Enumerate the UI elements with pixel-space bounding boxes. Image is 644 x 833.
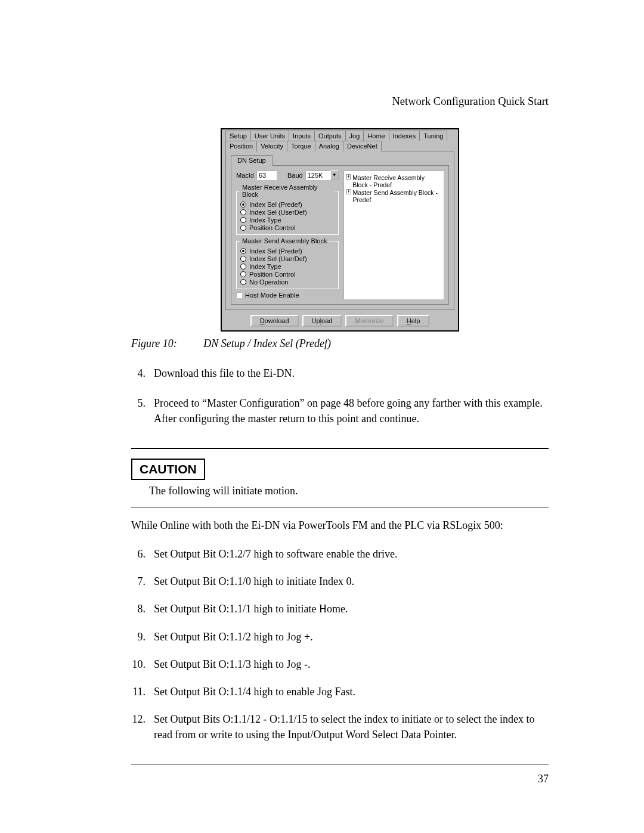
radio-send-predef[interactable] bbox=[240, 248, 246, 254]
inner-tab-dn-setup[interactable]: DN Setup bbox=[231, 155, 273, 166]
tab-inputs[interactable]: Inputs bbox=[289, 131, 315, 141]
tab-user-units[interactable]: User Units bbox=[250, 131, 289, 141]
tab-outputs[interactable]: Outputs bbox=[314, 131, 346, 141]
divider bbox=[131, 507, 549, 507]
step-7: 7.Set Output Bit O:1.1/0 high to initiat… bbox=[131, 574, 549, 589]
baud-value: 125K bbox=[305, 171, 330, 180]
radio-label: No Operation bbox=[249, 278, 288, 286]
master-send-legend: Master Send Assembly Block bbox=[240, 237, 329, 244]
tabs-row-2: Position Velocity Torque Analog DeviceNe… bbox=[225, 141, 454, 151]
step-11: 11.Set Output Bit O:1.1/4 high to enable… bbox=[131, 684, 549, 699]
radio-send-userdef[interactable] bbox=[240, 256, 246, 262]
radio-recv-userdef[interactable] bbox=[240, 209, 246, 215]
dn-setup-dialog: Setup User Units Inputs Outputs Jog Home… bbox=[221, 128, 459, 332]
assembly-tree[interactable]: +Master Receive Assembly Block - Predef … bbox=[343, 171, 444, 299]
step-10: 10.Set Output Bit O:1.1/3 high to Jog -. bbox=[131, 657, 549, 672]
radio-label: Index Sel (Predef) bbox=[249, 247, 302, 255]
memorize-button: Memorize bbox=[345, 315, 393, 327]
host-mode-checkbox[interactable] bbox=[236, 292, 242, 298]
dn-setup-inner: MacId 63 Baud 125K ▼ Master Receive Asse… bbox=[231, 165, 449, 305]
steps-before-caution: 4.Download this file to the Ei-DN. 5.Pro… bbox=[131, 366, 549, 426]
master-receive-group: Master Receive Assembly Block Index Sel … bbox=[236, 184, 339, 235]
radio-label: Position Control bbox=[249, 271, 296, 278]
help-button[interactable]: Help bbox=[397, 315, 430, 327]
master-send-group: Master Send Assembly Block Index Sel (Pr… bbox=[236, 237, 339, 289]
macid-field[interactable]: 63 bbox=[256, 171, 277, 180]
radio-send-poscontrol[interactable] bbox=[240, 271, 246, 277]
radio-label: Position Control bbox=[249, 224, 296, 231]
step-9: 9.Set Output Bit O:1.1/2 high to Jog +. bbox=[131, 629, 549, 645]
radio-recv-indextype[interactable] bbox=[240, 217, 246, 223]
page-header: Network Configuration Quick Start bbox=[131, 95, 549, 108]
divider bbox=[131, 448, 549, 449]
master-receive-legend: Master Receive Assembly Block bbox=[240, 184, 335, 198]
macid-label: MacId bbox=[236, 172, 254, 179]
radio-label: Index Sel (UserDef) bbox=[249, 255, 307, 262]
step-8: 8.Set Output Bit O:1.1/1 high to initiat… bbox=[131, 601, 549, 617]
page-number: 37 bbox=[131, 773, 549, 785]
radio-label: Index Sel (Predef) bbox=[249, 201, 302, 208]
figure-caption: Figure 10: DN Setup / Index Sel (Predef) bbox=[131, 337, 549, 350]
tree-label: Master Send Assembly Block - Predef bbox=[353, 189, 441, 203]
host-mode-label: Host Mode Enable bbox=[245, 292, 299, 299]
footer-divider bbox=[131, 764, 549, 764]
tab-position[interactable]: Position bbox=[225, 141, 257, 151]
upload-button[interactable]: Upload bbox=[302, 315, 342, 327]
tab-indexes[interactable]: Indexes bbox=[389, 131, 420, 141]
plus-icon[interactable]: + bbox=[346, 174, 351, 179]
radio-recv-poscontrol[interactable] bbox=[240, 225, 246, 231]
tab-devicenet[interactable]: DeviceNet bbox=[343, 141, 382, 151]
download-button[interactable]: Download bbox=[250, 315, 299, 327]
radio-label: Index Type bbox=[249, 263, 281, 270]
step-6: 6.Set Output Bit O:1.2/7 high to softwar… bbox=[131, 546, 549, 562]
figure-title: DN Setup / Index Sel (Predef) bbox=[203, 337, 331, 349]
tab-torque[interactable]: Torque bbox=[287, 141, 315, 151]
radio-label: Index Type bbox=[249, 216, 281, 224]
caution-box: CAUTION bbox=[131, 459, 205, 480]
plus-icon[interactable]: + bbox=[346, 189, 351, 194]
tab-jog[interactable]: Jog bbox=[345, 131, 364, 141]
devicenet-pane: DN Setup MacId 63 Baud 125K ▼ Maste bbox=[225, 151, 454, 310]
tree-label: Master Receive Assembly Block - Predef bbox=[352, 174, 441, 188]
online-paragraph: While Online with both the Ei-DN via Pow… bbox=[131, 519, 549, 532]
radio-send-noop[interactable] bbox=[240, 279, 246, 285]
tab-analog[interactable]: Analog bbox=[315, 141, 343, 151]
tab-setup[interactable]: Setup bbox=[225, 131, 251, 141]
tree-item[interactable]: +Master Send Assembly Block - Predef bbox=[346, 189, 441, 203]
baud-combo[interactable]: 125K ▼ bbox=[305, 171, 339, 180]
tree-item[interactable]: +Master Receive Assembly Block - Predef bbox=[346, 174, 441, 188]
caution-text: The following will initiate motion. bbox=[149, 485, 549, 497]
steps-after-caution: 6.Set Output Bit O:1.2/7 high to softwar… bbox=[131, 546, 549, 742]
radio-recv-predef[interactable] bbox=[240, 202, 246, 208]
step-12: 12.Set Output Bits O:1.1/12 - O:1.1/15 t… bbox=[131, 711, 549, 742]
radio-send-indextype[interactable] bbox=[240, 264, 246, 270]
tabs-row-1: Setup User Units Inputs Outputs Jog Home… bbox=[225, 131, 454, 141]
tab-home[interactable]: Home bbox=[363, 131, 389, 141]
baud-label: Baud bbox=[287, 172, 303, 179]
step-4: 4.Download this file to the Ei-DN. bbox=[131, 366, 549, 381]
figure-number: Figure 10: bbox=[131, 337, 177, 349]
step-5: 5.Proceed to “Master Configuration” on p… bbox=[131, 395, 549, 426]
chevron-down-icon[interactable]: ▼ bbox=[330, 171, 339, 180]
tab-tuning[interactable]: Tuning bbox=[419, 131, 447, 141]
dialog-buttons: Download Upload Memorize Help bbox=[225, 315, 454, 327]
radio-label: Index Sel (UserDef) bbox=[249, 209, 307, 216]
tab-velocity[interactable]: Velocity bbox=[256, 141, 287, 151]
